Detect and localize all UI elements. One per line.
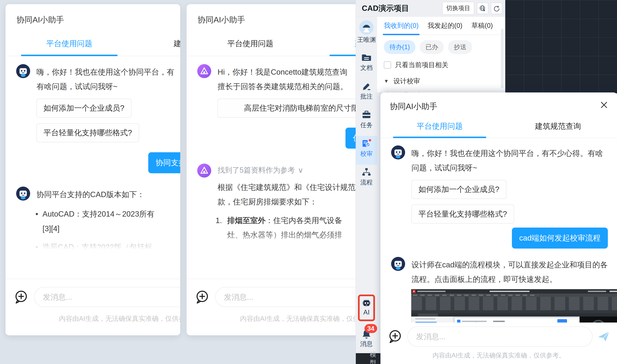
pencil-icon <box>362 81 371 91</box>
tab-received[interactable]: 我收到的(0) <box>384 21 419 30</box>
model-tab[interactable]: 模型 <box>370 350 380 364</box>
sidebar-item-ai[interactable]: AI <box>358 295 375 321</box>
left-suggestions: 如何添加一个企业成员? 平台轻量化支持哪些格式? <box>37 99 180 142</box>
send-icon[interactable] <box>598 330 610 343</box>
bot-message-text: 嗨，你好！我也在使用这个协同平台，有不少心得。有啥问题，试试问我呀~ <box>411 145 608 175</box>
sidebar-item-review[interactable]: 校审 <box>356 136 377 165</box>
ai-message-list: 嗨，你好！我也在使用这个协同平台，有不少心得。有啥问题，试试问我呀~ 如何添加一… <box>380 138 617 330</box>
robot-avatar-icon <box>16 187 30 201</box>
bot-message: 嗨，你好！我也在使用这个协同平台，有不少心得。有啥问题，试试问我呀~ <box>391 145 608 175</box>
message-input[interactable] <box>407 326 592 347</box>
concetto-avatar-icon <box>197 164 211 178</box>
bot-message: 协同平台支持的CAD版本如下： <box>16 187 180 202</box>
project-header: CAD演示项目 切换项目 <box>356 0 505 17</box>
folder-icon <box>362 53 371 62</box>
filter-cc[interactable]: 抄送 <box>448 40 472 54</box>
sidebar-item-documents[interactable]: 文档 <box>356 50 377 79</box>
close-icon[interactable] <box>600 101 608 109</box>
middle-message-list: Hi，你好！我是Concetto建筑规范查询 擅长于回答各类建筑规范相关的问题。… <box>187 56 370 249</box>
left-composer: 内容由AI生成，无法确保真实准确，仅供参 <box>5 279 180 335</box>
ai-robot-icon <box>361 298 372 308</box>
bot-message-text: 协同平台支持的CAD版本如下： <box>37 187 145 202</box>
suggestion-add-member[interactable]: 如何添加一个企业成员? <box>411 180 506 199</box>
left-chat-panel: 协同AI小助手 平台使用问题 建筑规范查询 嗨，你好！我也在使用这个协同平台，有… <box>5 4 180 335</box>
left-message-list: 嗨，你好！我也在使用这个协同平台，有 有啥问题，试试问我呀~ 如何添加一个企业成… <box>5 56 180 249</box>
middle-tabs: 平台使用问题 建筑规范查询 <box>187 34 370 56</box>
avatar <box>359 20 374 35</box>
left-tab-building-code[interactable]: 建筑规范查询 <box>133 34 180 56</box>
fade-overlay <box>5 231 180 249</box>
sidebar-item-messages[interactable]: 34 消息 <box>356 324 377 348</box>
suggestion-lightweight-formats[interactable]: 平台轻量化支持哪些格式? <box>37 123 139 142</box>
tab-initiated[interactable]: 我发起的(0) <box>428 21 463 30</box>
message-input[interactable] <box>34 287 180 307</box>
filter-done[interactable]: 已办 <box>420 40 444 54</box>
bot-message: 嗨，你好！我也在使用这个协同平台，有 有啥问题，试试问我呀~ <box>16 64 180 94</box>
sidebar-item-workflow[interactable]: 流程 <box>356 165 377 193</box>
user-bubble: 协同支持 <box>148 152 180 173</box>
unread-badge: 34 <box>364 324 377 333</box>
left-panel-title: 协同AI小助手 <box>5 4 180 25</box>
current-project-filter[interactable]: 只看当前项目相关 <box>384 60 505 69</box>
scrollbar[interactable] <box>501 29 503 88</box>
filter-todo[interactable]: 待办(1) <box>384 40 415 54</box>
add-attachment-icon[interactable] <box>388 329 402 344</box>
ai-tab-platform-usage[interactable]: 平台使用问题 <box>380 118 499 138</box>
left-tabs: 平台使用问题 建筑规范查询 <box>5 34 180 56</box>
ai-disclaimer-text: 内容由AI生成，无法确保真实准确，仅供参考。 <box>388 351 610 360</box>
cad-app-region: CAD演示项目 切换项目 王唯渊 文档 <box>356 0 617 364</box>
user-profile[interactable]: 王唯渊 <box>356 17 377 44</box>
project-title: CAD演示项目 <box>362 3 440 13</box>
refresh-button[interactable] <box>491 3 502 14</box>
user-bubble: cad端如何发起校审流程 <box>512 228 608 248</box>
cad-menubar <box>411 294 617 297</box>
bot-message: Hi，你好！我是Concetto建筑规范查询 擅长于回答各类建筑规范相关的问题。 <box>197 64 370 94</box>
sidebar-item-annotations[interactable]: 批注 <box>356 79 377 107</box>
sidebar-item-tasks[interactable]: 任务 <box>356 107 377 136</box>
cad-canvas[interactable] <box>505 0 617 93</box>
middle-tab-platform-usage[interactable]: 平台使用问题 <box>187 34 314 56</box>
robot-avatar-icon <box>391 145 405 159</box>
design-review-group[interactable]: ▼ 设计校审 <box>384 77 505 86</box>
add-attachment-icon[interactable] <box>195 290 210 304</box>
bot-message-text: 设计师在cad端的流程模块，可以直接发起企业和项目的各流程。点击面板上的流程，即… <box>411 257 608 287</box>
ai-tab-building-code[interactable]: 建筑规范查询 <box>499 118 617 138</box>
add-attachment-icon[interactable] <box>14 290 28 304</box>
checkbox[interactable] <box>384 61 391 69</box>
suggestion-add-member[interactable]: 如何添加一个企业成员? <box>37 99 131 117</box>
user-message-row: 协同支持 <box>16 152 180 173</box>
middle-chat-panel: 协同AI小助手 平台使用问题 建筑规范查询 Hi，你好！我是Concetto建筑… <box>187 4 370 335</box>
autocad-logo-icon: A <box>412 290 416 293</box>
references-toggle[interactable]: 找到了5篇资料作为参考 ∨ <box>218 164 356 175</box>
user-message-row: cad端如何发起校审流程 <box>391 228 608 248</box>
review-blueprint-icon <box>362 139 371 148</box>
module-sidebar: 王唯渊 文档 批注 任务 <box>356 17 377 353</box>
ai-suggestions: 如何添加一个企业成员? 平台轻量化支持哪些格式? <box>411 180 608 223</box>
message-input[interactable] <box>215 287 370 307</box>
cad-ribbon <box>411 297 617 310</box>
refresh-icon <box>493 5 500 12</box>
tab-drafts[interactable]: 草稿(0) <box>471 21 493 30</box>
ai-panel-tabs: 平台使用问题 建筑规范查询 <box>380 118 617 138</box>
robot-avatar-icon <box>391 257 405 271</box>
cad-titlebar: A <box>411 289 617 294</box>
middle-panel-title: 协同AI小助手 <box>187 4 370 25</box>
suggestion-lightweight-formats[interactable]: 平台轻量化支持哪些格式? <box>411 205 514 223</box>
task-tabs: 我收到的(0) 我发起的(0) 草稿(0) <box>384 21 501 35</box>
review-task-panel: 我收到的(0) 我发起的(0) 草稿(0) 待办(1) 已办 抄送 只看当前项目… <box>377 17 505 92</box>
chevron-down-icon: ∨ <box>298 166 303 174</box>
collapse-triangle-icon: ▼ <box>384 78 389 84</box>
switch-project-button[interactable]: 切换项目 <box>442 2 474 15</box>
concetto-avatar-icon <box>197 64 211 78</box>
ai-panel-title: 协同AI小助手 <box>390 101 437 112</box>
briefcase-icon <box>362 110 371 120</box>
cad-model-tab-strip: 模型 <box>356 353 380 364</box>
middle-composer: 内容由AI生成，无法确保真实准确，仅供参 <box>187 279 370 335</box>
bot-message-text: 根据《住宅建筑规范》和《住宅设计规范 款，住宅厨房排烟要求如下： <box>218 179 356 209</box>
bot-message: 找到了5篇资料作为参考 ∨ 根据《住宅建筑规范》和《住宅设计规范 款，住宅厨房排… <box>197 164 370 209</box>
user-name: 王唯渊 <box>356 36 377 44</box>
bot-message-text: Hi，你好！我是Concetto建筑规范查询 擅长于回答各类建筑规范相关的问题。 <box>218 64 348 94</box>
language-globe-button[interactable] <box>477 3 488 14</box>
left-tab-platform-usage[interactable]: 平台使用问题 <box>5 34 133 56</box>
suggestion-fire-elevator[interactable]: 高层住宅对消防电梯前室的尺寸限制是 <box>218 99 370 117</box>
